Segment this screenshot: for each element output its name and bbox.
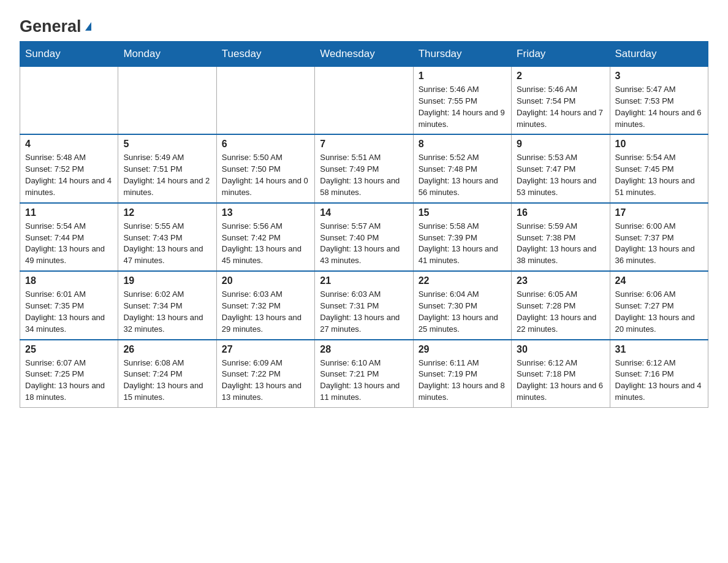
day-info: Sunrise: 5:57 AMSunset: 7:40 PMDaylight:… xyxy=(320,221,408,267)
day-number: 8 xyxy=(419,139,506,150)
day-number: 30 xyxy=(517,344,604,355)
day-number: 28 xyxy=(320,344,408,355)
day-number: 5 xyxy=(123,139,211,150)
calendar-day-cell: 15Sunrise: 5:58 AMSunset: 7:39 PMDayligh… xyxy=(413,203,511,271)
day-info: Sunrise: 6:03 AMSunset: 7:32 PMDaylight:… xyxy=(222,289,309,335)
day-number: 20 xyxy=(222,275,309,286)
day-number: 15 xyxy=(419,207,506,218)
calendar-header-row: SundayMondayTuesdayWednesdayThursdayFrid… xyxy=(20,42,708,67)
day-info: Sunrise: 6:12 AMSunset: 7:18 PMDaylight:… xyxy=(517,358,604,404)
day-number: 22 xyxy=(419,275,506,286)
calendar-empty-cell xyxy=(20,67,118,135)
day-number: 9 xyxy=(517,139,604,150)
day-info: Sunrise: 5:51 AMSunset: 7:49 PMDaylight:… xyxy=(320,152,408,198)
calendar-day-cell: 3Sunrise: 5:47 AMSunset: 7:53 PMDaylight… xyxy=(610,67,708,135)
weekday-header-wednesday: Wednesday xyxy=(315,42,413,67)
calendar-day-cell: 23Sunrise: 6:05 AMSunset: 7:28 PMDayligh… xyxy=(512,271,610,339)
calendar-day-cell: 17Sunrise: 6:00 AMSunset: 7:37 PMDayligh… xyxy=(610,203,708,271)
calendar-day-cell: 9Sunrise: 5:53 AMSunset: 7:47 PMDaylight… xyxy=(512,134,610,202)
calendar-day-cell: 5Sunrise: 5:49 AMSunset: 7:51 PMDaylight… xyxy=(118,134,216,202)
day-info: Sunrise: 5:49 AMSunset: 7:51 PMDaylight:… xyxy=(123,152,211,198)
day-info: Sunrise: 5:53 AMSunset: 7:47 PMDaylight:… xyxy=(517,152,604,198)
day-number: 10 xyxy=(615,139,703,150)
day-info: Sunrise: 5:52 AMSunset: 7:48 PMDaylight:… xyxy=(419,152,506,198)
calendar-table: SundayMondayTuesdayWednesdayThursdayFrid… xyxy=(20,41,708,408)
day-info: Sunrise: 6:05 AMSunset: 7:28 PMDaylight:… xyxy=(517,289,604,335)
calendar-day-cell: 28Sunrise: 6:10 AMSunset: 7:21 PMDayligh… xyxy=(315,340,413,408)
day-info: Sunrise: 6:10 AMSunset: 7:21 PMDaylight:… xyxy=(320,358,408,404)
day-number: 2 xyxy=(517,71,604,82)
calendar-day-cell: 26Sunrise: 6:08 AMSunset: 7:24 PMDayligh… xyxy=(118,340,216,408)
calendar-day-cell: 24Sunrise: 6:06 AMSunset: 7:27 PMDayligh… xyxy=(610,271,708,339)
calendar-day-cell: 27Sunrise: 6:09 AMSunset: 7:22 PMDayligh… xyxy=(216,340,314,408)
logo-triangle-icon xyxy=(83,20,94,33)
calendar-empty-cell xyxy=(315,67,413,135)
day-info: Sunrise: 6:08 AMSunset: 7:24 PMDaylight:… xyxy=(123,358,211,404)
calendar-day-cell: 11Sunrise: 5:54 AMSunset: 7:44 PMDayligh… xyxy=(20,203,118,271)
day-info: Sunrise: 5:56 AMSunset: 7:42 PMDaylight:… xyxy=(222,221,309,267)
day-number: 14 xyxy=(320,207,408,218)
day-number: 29 xyxy=(419,344,506,355)
day-info: Sunrise: 5:46 AMSunset: 7:55 PMDaylight:… xyxy=(419,84,506,130)
weekday-header-friday: Friday xyxy=(512,42,610,67)
calendar-week-row: 4Sunrise: 5:48 AMSunset: 7:52 PMDaylight… xyxy=(20,134,708,202)
day-number: 26 xyxy=(123,344,211,355)
calendar-day-cell: 31Sunrise: 6:12 AMSunset: 7:16 PMDayligh… xyxy=(610,340,708,408)
day-info: Sunrise: 5:55 AMSunset: 7:43 PMDaylight:… xyxy=(123,221,211,267)
calendar-day-cell: 10Sunrise: 5:54 AMSunset: 7:45 PMDayligh… xyxy=(610,134,708,202)
day-number: 11 xyxy=(25,207,113,218)
day-number: 1 xyxy=(419,71,506,82)
calendar-week-row: 18Sunrise: 6:01 AMSunset: 7:35 PMDayligh… xyxy=(20,271,708,339)
calendar-day-cell: 12Sunrise: 5:55 AMSunset: 7:43 PMDayligh… xyxy=(118,203,216,271)
calendar-day-cell: 14Sunrise: 5:57 AMSunset: 7:40 PMDayligh… xyxy=(315,203,413,271)
day-number: 27 xyxy=(222,344,309,355)
calendar-day-cell: 16Sunrise: 5:59 AMSunset: 7:38 PMDayligh… xyxy=(512,203,610,271)
logo-general-text: General xyxy=(20,17,82,36)
day-info: Sunrise: 6:00 AMSunset: 7:37 PMDaylight:… xyxy=(615,221,703,267)
day-number: 16 xyxy=(517,207,604,218)
weekday-header-saturday: Saturday xyxy=(610,42,708,67)
calendar-day-cell: 30Sunrise: 6:12 AMSunset: 7:18 PMDayligh… xyxy=(512,340,610,408)
calendar-day-cell: 18Sunrise: 6:01 AMSunset: 7:35 PMDayligh… xyxy=(20,271,118,339)
day-number: 24 xyxy=(615,275,703,286)
day-number: 6 xyxy=(222,139,309,150)
day-info: Sunrise: 6:02 AMSunset: 7:34 PMDaylight:… xyxy=(123,289,211,335)
day-info: Sunrise: 5:48 AMSunset: 7:52 PMDaylight:… xyxy=(25,152,113,198)
day-number: 18 xyxy=(25,275,113,286)
calendar-empty-cell xyxy=(216,67,314,135)
calendar-day-cell: 7Sunrise: 5:51 AMSunset: 7:49 PMDaylight… xyxy=(315,134,413,202)
calendar-week-row: 11Sunrise: 5:54 AMSunset: 7:44 PMDayligh… xyxy=(20,203,708,271)
weekday-header-sunday: Sunday xyxy=(20,42,118,67)
day-info: Sunrise: 6:07 AMSunset: 7:25 PMDaylight:… xyxy=(25,358,113,404)
calendar-day-cell: 20Sunrise: 6:03 AMSunset: 7:32 PMDayligh… xyxy=(216,271,314,339)
day-info: Sunrise: 6:04 AMSunset: 7:30 PMDaylight:… xyxy=(419,289,506,335)
day-info: Sunrise: 6:09 AMSunset: 7:22 PMDaylight:… xyxy=(222,358,309,404)
calendar-day-cell: 25Sunrise: 6:07 AMSunset: 7:25 PMDayligh… xyxy=(20,340,118,408)
day-info: Sunrise: 6:12 AMSunset: 7:16 PMDaylight:… xyxy=(615,358,703,404)
day-number: 7 xyxy=(320,139,408,150)
day-info: Sunrise: 6:01 AMSunset: 7:35 PMDaylight:… xyxy=(25,289,113,335)
calendar-day-cell: 13Sunrise: 5:56 AMSunset: 7:42 PMDayligh… xyxy=(216,203,314,271)
calendar-day-cell: 21Sunrise: 6:03 AMSunset: 7:31 PMDayligh… xyxy=(315,271,413,339)
day-info: Sunrise: 5:59 AMSunset: 7:38 PMDaylight:… xyxy=(517,221,604,267)
day-info: Sunrise: 6:03 AMSunset: 7:31 PMDaylight:… xyxy=(320,289,408,335)
page-header: General xyxy=(20,15,708,34)
calendar-week-row: 1Sunrise: 5:46 AMSunset: 7:55 PMDaylight… xyxy=(20,67,708,135)
calendar-week-row: 25Sunrise: 6:07 AMSunset: 7:25 PMDayligh… xyxy=(20,340,708,408)
svg-marker-0 xyxy=(85,22,91,31)
day-info: Sunrise: 5:46 AMSunset: 7:54 PMDaylight:… xyxy=(517,84,604,130)
day-number: 31 xyxy=(615,344,703,355)
day-number: 21 xyxy=(320,275,408,286)
weekday-header-monday: Monday xyxy=(118,42,216,67)
calendar-day-cell: 29Sunrise: 6:11 AMSunset: 7:19 PMDayligh… xyxy=(413,340,511,408)
day-info: Sunrise: 5:47 AMSunset: 7:53 PMDaylight:… xyxy=(615,84,703,130)
day-number: 23 xyxy=(517,275,604,286)
weekday-header-thursday: Thursday xyxy=(413,42,511,67)
day-number: 3 xyxy=(615,71,703,82)
calendar-empty-cell xyxy=(118,67,216,135)
day-info: Sunrise: 5:54 AMSunset: 7:45 PMDaylight:… xyxy=(615,152,703,198)
calendar-day-cell: 19Sunrise: 6:02 AMSunset: 7:34 PMDayligh… xyxy=(118,271,216,339)
day-number: 19 xyxy=(123,275,211,286)
calendar-day-cell: 1Sunrise: 5:46 AMSunset: 7:55 PMDaylight… xyxy=(413,67,511,135)
calendar-day-cell: 2Sunrise: 5:46 AMSunset: 7:54 PMDaylight… xyxy=(512,67,610,135)
